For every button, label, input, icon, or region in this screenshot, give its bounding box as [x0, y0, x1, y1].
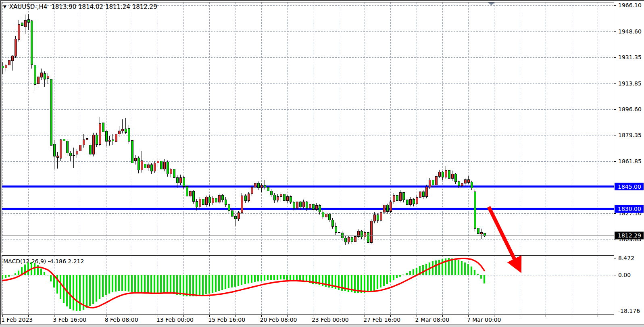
macd-bar	[373, 275, 375, 291]
trend-arrow[interactable]	[489, 207, 515, 260]
candle	[31, 20, 33, 69]
chart-shift-marker-icon[interactable]	[488, 2, 495, 5]
macd-bar	[432, 261, 434, 275]
macd-bar	[413, 269, 414, 275]
candle	[79, 143, 81, 155]
macd-bar	[477, 274, 479, 275]
candle	[47, 73, 49, 84]
candle	[354, 235, 356, 244]
candle	[442, 171, 444, 180]
candle	[21, 17, 23, 37]
macd-bar	[393, 275, 394, 280]
date-axis-label: 1 Feb 2023	[1, 317, 33, 323]
macd-bar	[144, 275, 146, 294]
candle	[386, 204, 388, 214]
candle	[115, 132, 117, 144]
candle	[254, 181, 256, 189]
macd-bar	[228, 275, 229, 288]
macd-bar	[380, 275, 381, 287]
window-border-top	[0, 0, 644, 1]
candle	[160, 160, 162, 173]
candle	[150, 163, 152, 174]
macd-bar	[205, 275, 207, 294]
candle	[370, 219, 372, 244]
candle	[315, 203, 317, 211]
candle	[264, 180, 266, 190]
macd-bar	[73, 275, 74, 310]
candle	[373, 212, 375, 223]
candle	[73, 148, 75, 168]
candle	[208, 196, 210, 206]
window-border-left	[0, 0, 1, 327]
candle	[37, 74, 39, 88]
chart-canvas[interactable]: 1966.101948.601931.351913.851896.601879.…	[0, 0, 644, 327]
price-axis-label: 1896.60	[618, 106, 642, 112]
candle	[422, 190, 424, 199]
svg-text:1830.00: 1830.00	[618, 206, 641, 212]
candle	[241, 193, 243, 214]
macd-bar	[399, 275, 401, 277]
macd-bar	[442, 259, 443, 275]
price-tag-1845.00: 1845.00	[615, 183, 644, 190]
macd-bar	[377, 275, 378, 289]
candle	[86, 135, 88, 146]
candle	[157, 158, 159, 167]
candle	[144, 161, 146, 171]
candle	[108, 136, 110, 146]
candle	[34, 63, 36, 91]
macd-bar	[484, 275, 485, 283]
candle	[348, 235, 350, 244]
candle	[257, 181, 259, 190]
macd-bar	[102, 275, 104, 297]
macd-bar	[128, 275, 129, 292]
time-axis[interactable]: 1 Feb 20233 Feb 16:008 Feb 08:0013 Feb 0…	[1, 317, 501, 323]
candle	[413, 198, 415, 206]
candle	[322, 210, 324, 219]
chart-title: ▼XAUUSD-,H41813.90 1814.02 1811.24 1812.…	[3, 3, 157, 10]
candle	[60, 139, 62, 161]
macd-bar	[409, 271, 411, 275]
candle	[53, 140, 55, 169]
candle	[273, 193, 275, 202]
symbol-dropdown-icon[interactable]: ▼	[3, 4, 6, 9]
macd-bar	[435, 260, 437, 275]
macd-bar	[199, 275, 200, 296]
candle	[351, 236, 353, 244]
gridlines	[2, 2, 614, 315]
candle	[399, 190, 401, 202]
candle	[445, 166, 447, 179]
candle	[390, 200, 392, 213]
axis-ticks	[3, 6, 617, 317]
candle	[8, 58, 10, 70]
candle	[290, 196, 292, 204]
chart-symbol-period: XAUUSD-,H4	[9, 3, 48, 10]
candle	[280, 192, 282, 201]
macd-bar	[125, 275, 126, 291]
macd-bar	[176, 275, 178, 295]
macd-bar	[96, 275, 97, 302]
macd-bar	[18, 271, 19, 275]
candle	[199, 197, 201, 209]
price-axis-label: 1913.85	[618, 80, 642, 87]
candle	[189, 190, 191, 198]
macd-bar	[60, 275, 61, 299]
macd-indicator-label: MACD(12,26,9) -4.186 2.212	[3, 258, 84, 265]
candle	[163, 159, 165, 172]
candle	[454, 173, 456, 184]
macd-bar	[467, 264, 469, 275]
macd-bar	[296, 275, 298, 281]
candle	[225, 197, 227, 207]
macd-bar	[270, 275, 272, 280]
macd-bar	[299, 275, 301, 281]
horizontal-line-1845.00[interactable]	[2, 185, 614, 187]
candle	[202, 198, 204, 208]
macd-bar	[390, 275, 391, 282]
macd-bar	[131, 275, 133, 292]
macd-bar	[241, 275, 242, 285]
candle	[335, 223, 337, 235]
macd-bar	[50, 275, 52, 281]
macd-bar	[273, 275, 275, 280]
candle	[105, 130, 107, 146]
macd-bar	[254, 275, 256, 282]
candle	[383, 203, 385, 214]
